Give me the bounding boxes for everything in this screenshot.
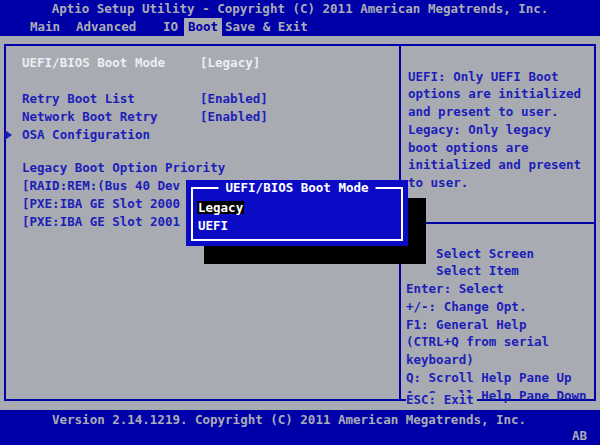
menu-bar: Main Advanced IO Boot Save & Exit [0,18,600,36]
version-text: Version 2.14.1219. Copyright (C) 2011 Am… [52,412,526,428]
menu-tab-advanced[interactable]: Advanced [76,18,136,36]
menu-tab-io[interactable]: IO [163,18,178,36]
option-label: Retry Boot List [22,92,135,106]
status-bar: Version 2.14.1219. Copyright (C) 2011 Am… [0,410,600,445]
option-value: [Legacy] [200,56,260,70]
key-legend-esc: ESC: Exit [406,393,477,406]
boot-mode-popup: UEFI/BIOS Boot Mode Legacy UEFI [186,180,408,246]
option-value: [Enabled] [200,110,268,124]
menu-tab-main[interactable]: Main [30,18,60,36]
menu-tab-boot[interactable]: Boot [184,18,222,36]
popup-title: UEFI/BIOS Boot Mode [219,181,376,194]
boot-entry-label: [PXE:IBA GE Slot 2000 [22,197,180,211]
option-label: Network Boot Retry [22,110,157,124]
title-bar: Aptio Setup Utility - Copyright (C) 2011… [0,0,600,18]
popup-option-uefi[interactable]: UEFI [198,219,228,232]
option-row-boot-mode[interactable]: UEFI/BIOS Boot Mode [Legacy] [0,56,396,73]
menu-tab-save-exit[interactable]: Save & Exit [225,18,308,36]
option-row-network-boot-retry[interactable]: Network Boot Retry [Enabled] [0,110,396,127]
key-legend: Select Screen Select Item Enter: Select … [406,245,587,405]
window-title: Aptio Setup Utility - Copyright (C) 2011… [52,1,549,16]
boot-entry-label: [PXE:IBA GE Slot 2001 [22,215,180,229]
help-pane-text: UEFI: Only UEFI Boot options are initial… [408,68,581,193]
boot-entry-label: [RAID:REM:(Bus 40 Dev [22,179,180,193]
option-row-retry-boot-list[interactable]: Retry Boot List [Enabled] [0,92,396,109]
pane-divider-horizontal [400,222,594,224]
popup-option-legacy[interactable]: Legacy [197,201,244,214]
option-label: OSA Configuration [22,128,150,142]
section-legacy-boot-priority: Legacy Boot Option Priority [0,161,396,178]
bios-screen: Aptio Setup Utility - Copyright (C) 2011… [0,0,600,445]
section-label: Legacy Boot Option Priority [22,161,225,175]
option-row-osa-configuration[interactable]: OSA Configuration [0,128,396,145]
option-label: UEFI/BIOS Boot Mode [22,56,165,70]
option-value: [Enabled] [200,92,268,106]
submenu-arrow-icon [5,130,12,140]
build-code: AB [572,428,587,444]
